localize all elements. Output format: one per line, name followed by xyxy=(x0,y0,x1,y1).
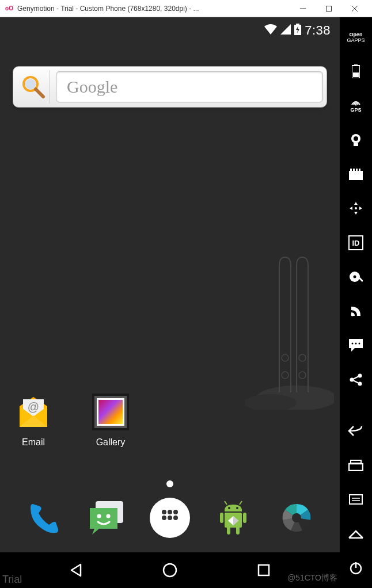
svg-point-25 xyxy=(168,510,172,514)
svg-point-39 xyxy=(292,513,301,522)
screen-recorder-tool[interactable] xyxy=(346,166,366,183)
svg-point-59 xyxy=(351,313,354,316)
camera-tool[interactable] xyxy=(346,132,366,149)
svg-line-8 xyxy=(36,89,43,97)
gps-tool[interactable]: GPS xyxy=(346,97,366,114)
svg-rect-43 xyxy=(354,64,358,66)
move-tool[interactable] xyxy=(346,200,366,217)
svg-rect-44 xyxy=(353,72,359,77)
cell-signal-icon xyxy=(280,24,291,37)
svg-rect-48 xyxy=(354,143,358,146)
svg-point-54 xyxy=(355,207,357,209)
cto-watermark: @51CTO博客 xyxy=(287,573,337,583)
close-button[interactable] xyxy=(341,0,367,17)
dock xyxy=(0,489,340,547)
wallpaper-decoration xyxy=(242,254,334,410)
emulator-viewport: 7:38 Google xyxy=(0,17,372,588)
svg-point-60 xyxy=(352,343,354,345)
svg-rect-37 xyxy=(227,526,230,534)
svg-rect-36 xyxy=(243,513,246,523)
window-title: Genymotion - Trial - Custom Phone (768x1… xyxy=(17,5,290,13)
app-icon: oO xyxy=(5,4,14,13)
sms-tool[interactable] xyxy=(346,337,366,354)
camera-app[interactable] xyxy=(276,498,317,538)
android-status-bar[interactable]: 7:38 xyxy=(260,20,335,41)
svg-line-31 xyxy=(240,501,242,505)
svg-point-45 xyxy=(355,104,357,105)
search-placeholder: Google xyxy=(67,77,117,97)
svg-line-67 xyxy=(353,380,359,383)
gallery-app[interactable]: Gallery xyxy=(90,391,131,448)
svg-point-12 xyxy=(299,354,306,361)
power-button[interactable] xyxy=(346,560,366,577)
svg-rect-49 xyxy=(349,171,363,180)
svg-point-62 xyxy=(359,343,360,345)
nav-back-button[interactable] xyxy=(64,559,88,582)
svg-point-58 xyxy=(354,276,356,278)
svg-point-47 xyxy=(354,136,358,141)
svg-point-11 xyxy=(282,354,289,361)
svg-text:ID: ID xyxy=(352,239,360,247)
svg-point-27 xyxy=(162,516,166,520)
svg-point-22 xyxy=(97,514,101,518)
svg-point-14 xyxy=(299,372,306,379)
android-menu-button[interactable] xyxy=(346,491,366,509)
nav-home-button[interactable] xyxy=(158,559,181,582)
email-icon: @ xyxy=(13,391,54,433)
trial-watermark: Trial xyxy=(2,574,22,586)
svg-point-7 xyxy=(25,79,36,89)
search-icon[interactable] xyxy=(17,70,50,104)
android-home-button[interactable] xyxy=(346,525,366,543)
svg-rect-69 xyxy=(351,460,361,463)
svg-point-63 xyxy=(358,373,362,377)
search-input[interactable]: Google xyxy=(56,71,323,102)
svg-point-64 xyxy=(350,377,354,381)
network-tool[interactable] xyxy=(346,303,366,320)
svg-point-32 xyxy=(228,507,230,509)
svg-point-23 xyxy=(107,514,111,518)
svg-point-24 xyxy=(162,510,166,514)
email-app[interactable]: @ Email xyxy=(13,391,54,448)
minimize-button[interactable] xyxy=(290,0,316,17)
gallery-icon xyxy=(90,391,131,433)
email-label: Email xyxy=(22,437,45,448)
svg-line-30 xyxy=(225,501,227,505)
svg-point-13 xyxy=(282,372,289,379)
svg-rect-38 xyxy=(236,526,240,534)
nav-recent-button[interactable] xyxy=(252,559,275,582)
svg-rect-68 xyxy=(349,464,363,471)
svg-rect-50 xyxy=(350,169,352,171)
svg-rect-70 xyxy=(350,495,362,504)
svg-rect-51 xyxy=(353,169,355,171)
window-titlebar: oO Genymotion - Trial - Custom Phone (76… xyxy=(0,0,372,17)
android-recent-button[interactable] xyxy=(346,457,366,474)
svg-point-29 xyxy=(173,516,178,520)
wifi-icon xyxy=(264,24,277,37)
svg-rect-5 xyxy=(296,24,299,25)
svg-line-66 xyxy=(353,376,359,379)
android-app[interactable] xyxy=(213,498,253,538)
messages-app[interactable] xyxy=(86,498,127,538)
android-back-button[interactable] xyxy=(346,423,366,440)
phone-app[interactable] xyxy=(23,498,63,538)
share-tool[interactable] xyxy=(346,371,366,388)
svg-point-26 xyxy=(173,510,178,514)
gallery-label: Gallery xyxy=(96,437,126,448)
svg-point-65 xyxy=(358,381,362,385)
clock: 7:38 xyxy=(305,23,331,38)
svg-rect-41 xyxy=(259,565,269,575)
svg-point-28 xyxy=(168,516,172,520)
disk-io-tool[interactable] xyxy=(346,269,366,286)
page-indicator xyxy=(166,480,173,487)
google-search-widget[interactable]: Google xyxy=(13,66,327,108)
identifiers-tool[interactable]: ID xyxy=(346,234,366,251)
open-gapps-button[interactable]: Open GAPPS xyxy=(346,29,366,46)
svg-text:@: @ xyxy=(28,400,39,413)
svg-rect-1 xyxy=(326,6,331,11)
device-screen[interactable]: 7:38 Google xyxy=(0,17,340,588)
svg-rect-20 xyxy=(98,400,123,424)
svg-rect-35 xyxy=(220,513,223,523)
battery-tool[interactable] xyxy=(346,63,366,81)
maximize-button[interactable] xyxy=(316,0,341,17)
all-apps-button[interactable] xyxy=(150,498,190,538)
